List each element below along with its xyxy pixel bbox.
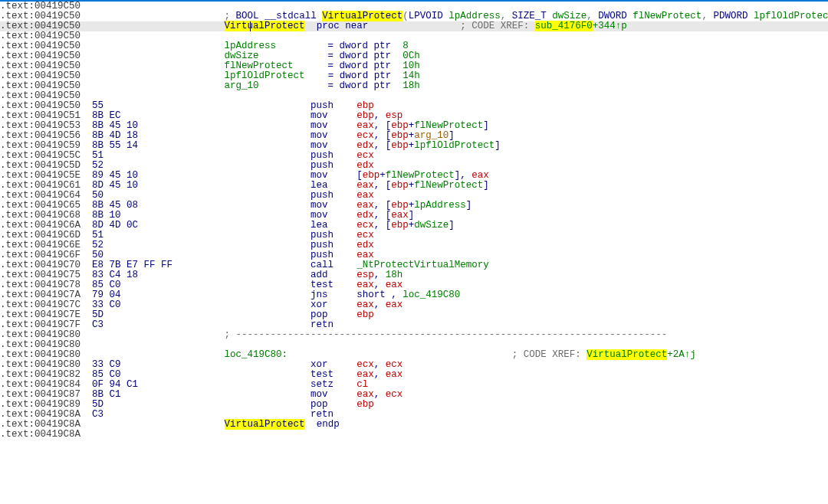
function-name-highlight: VirtualProtect [225,419,305,430]
mnemonic: add [310,270,328,280]
opcode-bytes: 51 [92,150,104,161]
segment-address: .text:00419C87 [0,389,80,400]
mnemonic: mov [310,170,328,181]
stack-arg-name: flNewProtect [225,61,294,71]
segment-address: .text:00419C82 [0,369,80,380]
segment-address: .text:00419C80 [0,339,80,350]
mnemonic: test [310,280,334,290]
mnemonic: push [310,160,334,171]
disasm-line[interactable]: .text:00419C8A VirtualProtect endp [0,420,828,430]
segment-address: .text:00419C6A [0,220,80,231]
mnemonic: lea [310,220,328,231]
disasm-line[interactable]: .text:00419C8A [0,430,828,440]
segment-address: .text:00419C50 [0,90,80,101]
mnemonic: mov [310,200,328,211]
opcode-bytes: 52 [92,160,104,171]
mnemonic: retn [310,319,334,330]
mnemonic: jns [310,290,328,300]
opcode-bytes: 8D 4D 0C [92,220,138,231]
opcode-bytes: 5D [92,399,104,410]
segment-address: .text:00419C64 [0,190,80,201]
segment-address: .text:00419C50 [0,80,80,91]
function-name-highlight: VirtualProtect [225,21,305,31]
segment-address: .text:00419C75 [0,270,80,280]
segment-address: .text:00419C50 [0,51,80,61]
mnemonic: mov [310,130,328,141]
opcode-bytes: 8B EC [92,110,121,121]
stack-arg-name: dwSize [225,51,259,61]
segment-address: .text:00419C51 [0,110,80,121]
segment-address: .text:00419C80 [0,329,80,340]
mnemonic: xor [310,359,328,370]
opcode-bytes: 8B 45 08 [92,200,138,211]
xref-link[interactable]: sub_4176F0 [535,21,593,31]
opcode-bytes: 50 [92,190,104,201]
mnemonic: push [310,250,334,260]
xref-link[interactable]: VirtualProtect [586,349,667,360]
segment-address: .text:00419C8A [0,409,80,420]
opcode-bytes: 55 [92,100,104,111]
segment-address: .text:00419C53 [0,120,80,131]
mnemonic: retn [310,409,334,420]
segment-address: .text:00419C6E [0,240,80,250]
opcode-bytes: 33 C0 [92,299,121,310]
opcode-bytes: 8B 4D 18 [92,130,138,141]
mnemonic: mov [310,210,328,221]
segment-address: .text:00419C59 [0,140,80,151]
segment-address: .text:00419C61 [0,180,80,191]
mnemonic: push [310,190,334,201]
mnemonic: call [310,260,334,270]
segment-address: .text:00419C50 [0,21,80,31]
disasm-line[interactable]: .text:00419C50 VirtualProtect proc near … [0,21,828,31]
disasm-line[interactable]: .text:00419C50 arg_10 = dword ptr 18h [0,81,828,91]
mnemonic: mov [310,389,328,400]
opcode-bytes: 8B 10 [92,210,121,221]
function-name-highlight: VirtualProtect [322,11,402,21]
mnemonic: push [310,240,334,250]
code-label[interactable]: loc_419C80: [225,349,288,360]
opcode-bytes: 79 04 [92,290,121,300]
opcode-bytes: 85 C0 [92,369,121,380]
opcode-bytes: 8B 55 14 [92,140,138,151]
stack-arg-name: arg_10 [225,80,259,91]
segment-address: .text:00419C50 [0,41,80,51]
mnemonic: lea [310,180,328,191]
opcode-bytes: 0F 94 C1 [92,379,138,390]
mnemonic: push [310,150,334,161]
opcode-bytes: C3 [92,319,104,330]
stack-arg-name: lpflOldProtect [225,70,305,81]
segment-address: .text:00419C50 [0,31,80,41]
mnemonic: mov [310,110,328,121]
segment-address: .text:00419C5C [0,150,80,161]
segment-address: .text:00419C7F [0,319,80,330]
segment-address: .text:00419C68 [0,210,80,221]
mnemonic: mov [310,140,328,151]
opcode-bytes: C3 [92,409,104,420]
segment-address: .text:00419C80 [0,349,80,360]
segment-address: .text:00419C5E [0,170,80,181]
opcode-bytes: 33 C9 [92,359,121,370]
segment-address: .text:00419C70 [0,260,80,270]
opcode-bytes: 50 [92,250,104,260]
opcode-bytes: 8B 45 10 [92,120,138,131]
opcode-bytes: 8D 45 10 [92,180,138,191]
opcode-bytes: 85 C0 [92,280,121,290]
segment-address: .text:00419C84 [0,379,80,390]
mnemonic: push [310,230,334,241]
segment-address: .text:00419C6D [0,230,80,241]
stack-arg-name: lpAddress [225,41,277,51]
segment-address: .text:00419C50 [0,100,80,111]
opcode-bytes: 52 [92,240,104,250]
segment-address: .text:00419C65 [0,200,80,211]
mnemonic: mov [310,120,328,131]
segment-address: .text:00419C7E [0,309,80,320]
mnemonic: test [310,369,334,380]
segment-address: .text:00419C50 [0,11,80,21]
disassembly-listing[interactable]: .text:00419C50 .text:00419C50 ; BOOL __s… [0,2,828,440]
mnemonic: pop [310,399,328,410]
segment-address: .text:00419C80 [0,359,80,370]
disasm-line[interactable]: .text:00419C80 ; -----------------------… [0,330,828,340]
mnemonic: setz [310,379,334,390]
opcode-bytes: 5D [92,309,104,320]
mnemonic: push [310,100,334,111]
